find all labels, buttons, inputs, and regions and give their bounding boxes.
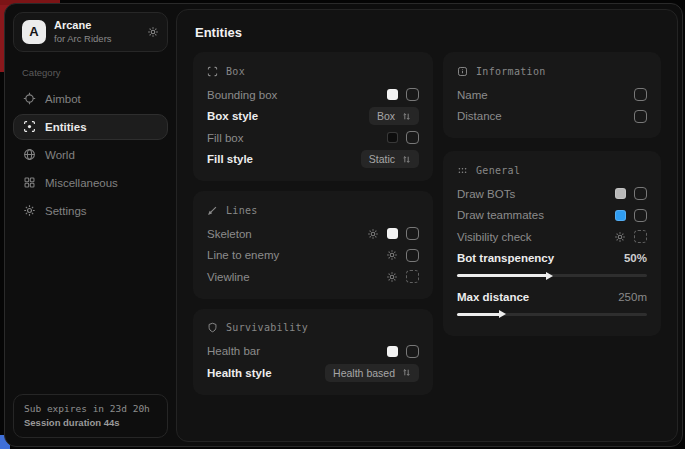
setting-row-health-style: Health style Health based xyxy=(207,362,419,384)
gear-icon xyxy=(23,204,36,217)
setting-label: Fill box xyxy=(207,132,243,144)
category-label: Category xyxy=(22,67,168,78)
color-swatch[interactable] xyxy=(615,188,626,199)
sidebar-item-label: Miscellaneous xyxy=(45,177,118,189)
setting-label: Box style xyxy=(207,110,258,122)
sidebar-nav: Aimbot Entities xyxy=(13,85,168,225)
setting-label: Distance xyxy=(457,110,502,122)
fill-box-checkbox[interactable] xyxy=(406,131,419,144)
dropdown-value: Health based xyxy=(333,367,395,379)
sidebar-item-miscellaneous[interactable]: Miscellaneous xyxy=(13,170,168,196)
general-card-header: General xyxy=(457,160,647,180)
setting-label: Draw BOTs xyxy=(457,188,515,200)
max-distance-value: 250m xyxy=(618,291,647,303)
health-style-dropdown[interactable]: Health based xyxy=(325,364,419,382)
health-bar-checkbox[interactable] xyxy=(406,345,419,358)
section-title: Lines xyxy=(226,205,258,216)
sidebar-item-label: Settings xyxy=(45,205,87,217)
page-title: Entities xyxy=(193,22,661,52)
bounding-box-checkbox[interactable] xyxy=(406,88,419,101)
setting-label: Skeleton xyxy=(207,228,252,240)
setting-label: Bounding box xyxy=(207,89,277,101)
draw-bots-checkbox[interactable] xyxy=(634,187,647,200)
sidebar-item-entities[interactable]: Entities xyxy=(13,114,168,140)
line-to-enemy-checkbox[interactable] xyxy=(406,249,419,262)
gear-icon[interactable] xyxy=(386,271,398,283)
sidebar-item-label: Aimbot xyxy=(45,93,81,105)
color-swatch[interactable] xyxy=(387,89,398,100)
gear-icon[interactable] xyxy=(147,26,159,38)
updown-arrows-icon xyxy=(402,155,411,164)
viewline-checkbox[interactable] xyxy=(406,270,419,283)
section-title: Box xyxy=(226,66,245,77)
box-card-header: Box xyxy=(207,61,419,81)
setting-row-skeleton: Skeleton xyxy=(207,223,419,245)
survivability-card: Survivability Health bar Health style xyxy=(193,309,433,395)
sidebar-item-settings[interactable]: Settings xyxy=(13,198,168,224)
session-duration-text: Session duration 44s xyxy=(24,416,157,430)
draw-teammates-checkbox[interactable] xyxy=(634,209,647,222)
setting-row-fill-box: Fill box xyxy=(207,127,419,149)
section-title: General xyxy=(476,165,520,176)
general-card: General Draw BOTs Draw teammates xyxy=(443,151,661,336)
slider-fill xyxy=(457,313,501,316)
setting-row-line-to-enemy: Line to enemy xyxy=(207,245,419,267)
color-swatch[interactable] xyxy=(615,210,626,221)
box-card: Box Bounding box Box style xyxy=(193,52,433,181)
setting-row-box-style: Box style Box xyxy=(207,106,419,128)
entities-scan-icon xyxy=(23,120,36,133)
survivability-card-header: Survivability xyxy=(207,318,419,338)
section-title: Information xyxy=(476,66,546,77)
color-swatch[interactable] xyxy=(387,346,398,357)
arcane-window: A Arcane for Arc Riders Category xyxy=(4,3,683,447)
globe-icon xyxy=(23,148,36,161)
sidebar-item-label: Entities xyxy=(45,121,87,133)
name-checkbox[interactable] xyxy=(634,88,647,101)
setting-label: Health bar xyxy=(207,345,260,357)
setting-row-distance: Distance xyxy=(457,106,647,128)
slider-thumb[interactable] xyxy=(546,272,553,280)
setting-label: Fill style xyxy=(207,153,253,165)
distance-checkbox[interactable] xyxy=(634,110,647,123)
fill-style-dropdown[interactable]: Static xyxy=(361,150,419,168)
setting-label: Visibility check xyxy=(457,231,532,243)
color-swatch[interactable] xyxy=(387,132,398,143)
setting-row-visibility-check: Visibility check xyxy=(457,226,647,248)
visibility-check-checkbox[interactable] xyxy=(634,230,647,243)
information-icon xyxy=(457,66,468,77)
gear-icon[interactable] xyxy=(367,228,379,240)
sidebar-item-world[interactable]: World xyxy=(13,142,168,168)
app-subtitle: for Arc Riders xyxy=(54,33,139,45)
max-distance-slider[interactable] xyxy=(457,313,647,316)
subscription-info-card: Sub expires in 23d 20h Session duration … xyxy=(13,394,168,439)
color-swatch[interactable] xyxy=(387,228,398,239)
skeleton-checkbox[interactable] xyxy=(406,227,419,240)
grid-icon xyxy=(23,176,36,189)
slider-fill xyxy=(457,274,548,277)
setting-row-health-bar: Health bar xyxy=(207,341,419,363)
left-column: Box Bounding box Box style xyxy=(193,52,433,395)
dropdown-value: Static xyxy=(369,153,395,165)
lines-card-header: Lines xyxy=(207,200,419,220)
slider-thumb[interactable] xyxy=(499,310,506,318)
gear-icon[interactable] xyxy=(386,249,398,261)
dropdown-value: Box xyxy=(377,110,395,122)
app-header-text: Arcane for Arc Riders xyxy=(54,19,139,45)
setting-row-draw-teammates: Draw teammates xyxy=(457,205,647,227)
desktop-background: A Arcane for Arc Riders Category xyxy=(0,0,685,449)
setting-label: Draw teammates xyxy=(457,209,544,221)
gear-icon[interactable] xyxy=(614,231,626,243)
app-name: Arcane xyxy=(54,19,139,33)
setting-row-name: Name xyxy=(457,84,647,106)
bot-transparency-value: 50% xyxy=(624,252,647,264)
main-panel: Entities Box xyxy=(176,9,678,442)
sidebar-item-aimbot[interactable]: Aimbot xyxy=(13,86,168,112)
setting-row-max-distance: Max distance 250m xyxy=(457,286,647,308)
updown-arrows-icon xyxy=(402,112,411,121)
brackets-icon xyxy=(207,66,218,77)
setting-row-draw-bots: Draw BOTs xyxy=(457,183,647,205)
box-style-dropdown[interactable]: Box xyxy=(369,107,419,125)
right-column: Information Name Distance xyxy=(443,52,661,336)
bot-transparency-slider[interactable] xyxy=(457,274,647,277)
information-card-header: Information xyxy=(457,61,647,81)
